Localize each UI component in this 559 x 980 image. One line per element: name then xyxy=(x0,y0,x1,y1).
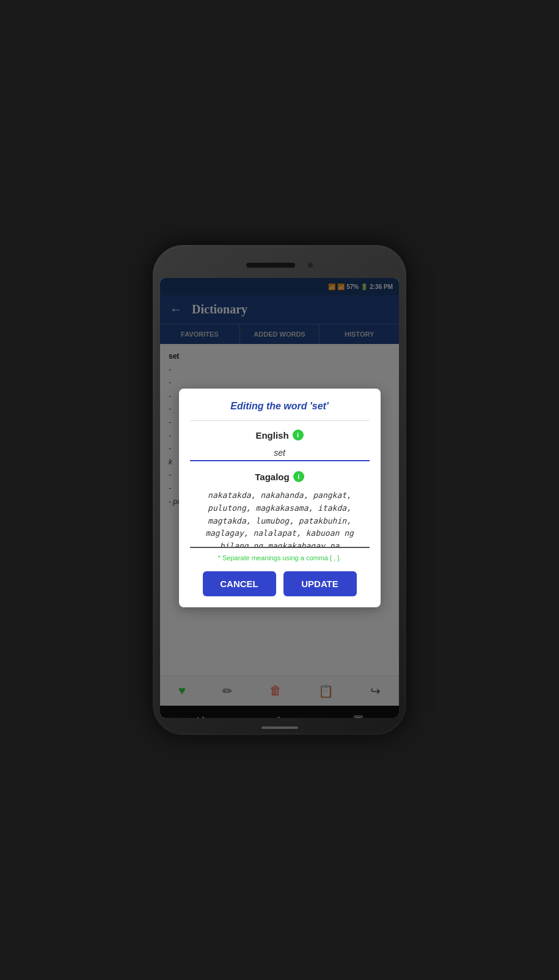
modal-overlay: Editing the word 'set' English i Tagalog… xyxy=(160,278,399,718)
phone-screen: 📶 📶 57% 🔋 2:36 PM ← Dictionary FAVORITES… xyxy=(160,278,399,718)
phone-top-bar xyxy=(160,256,399,274)
modal-buttons: CANCEL UPDATE xyxy=(190,571,370,596)
cancel-button[interactable]: CANCEL xyxy=(203,571,276,596)
tagalog-info-icon[interactable]: i xyxy=(293,471,304,482)
front-camera xyxy=(307,262,313,268)
modal-divider xyxy=(190,420,370,421)
english-input[interactable] xyxy=(190,445,370,461)
english-label: English xyxy=(255,430,288,441)
update-button[interactable]: UPDATE xyxy=(283,571,357,596)
speaker-grill xyxy=(246,263,295,268)
home-indicator xyxy=(261,726,298,729)
tagalog-label-container: Tagalog i xyxy=(190,471,370,482)
modal-title: Editing the word 'set' xyxy=(190,401,370,412)
english-label-container: English i xyxy=(190,430,370,441)
hint-text: * Separate meanings using a comma [ , ]. xyxy=(190,554,370,561)
tagalog-label: Tagalog xyxy=(255,472,289,482)
phone-frame: 📶 📶 57% 🔋 2:36 PM ← Dictionary FAVORITES… xyxy=(153,245,406,735)
phone-bottom-bar xyxy=(160,722,399,734)
tagalog-input[interactable] xyxy=(190,487,370,548)
english-info-icon[interactable]: i xyxy=(293,430,304,441)
modal-dialog: Editing the word 'set' English i Tagalog… xyxy=(179,389,381,607)
